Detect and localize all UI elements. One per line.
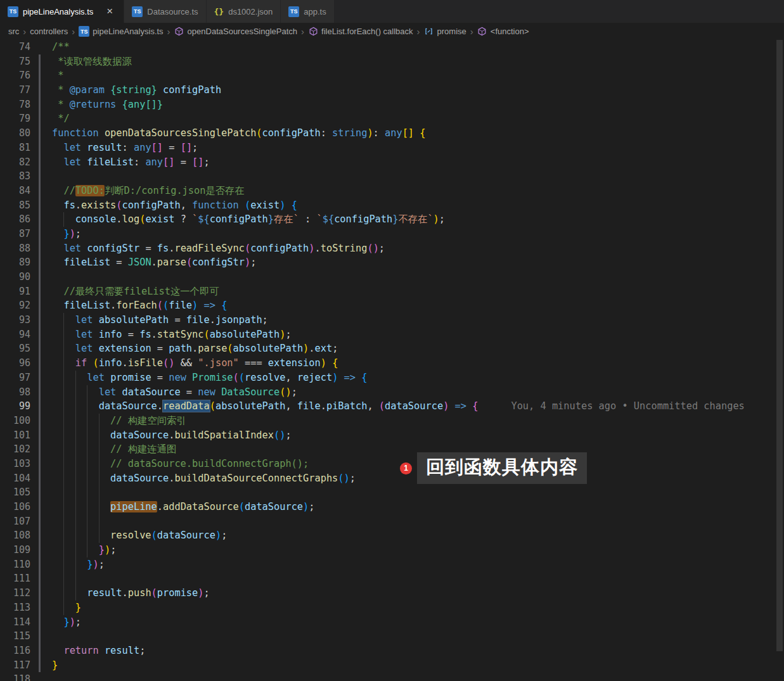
line-number[interactable]: 76 — [0, 68, 30, 83]
code-line[interactable]: 84 //TODO:判断D:/config.json是否存在 — [0, 184, 784, 198]
code-line[interactable]: 98 let dataSource = new DataSource(); — [0, 385, 784, 400]
line-number[interactable]: 85 — [0, 198, 30, 213]
breadcrumb-item[interactable]: <function> — [477, 27, 530, 37]
code-line[interactable]: 99 dataSource.readData(absolutePath, fil… — [0, 399, 784, 414]
code-line[interactable]: 74/** — [0, 40, 784, 54]
line-number[interactable]: 80 — [0, 126, 30, 141]
editor-pane[interactable]: 74/**75 *读取管线数据源76 *77 * @param {string}… — [0, 40, 784, 681]
line-number[interactable]: 79 — [0, 111, 30, 126]
line-number[interactable]: 95 — [0, 341, 30, 356]
tab-app.ts[interactable]: TSapp.ts — [281, 0, 334, 23]
line-number[interactable]: 91 — [0, 284, 30, 299]
code-line[interactable]: 75 *读取管线数据源 — [0, 54, 784, 69]
code-line[interactable]: 88 let configStr = fs.readFileSync(confi… — [0, 241, 784, 256]
code-line[interactable]: 101 dataSource.buildSpatialIndex(); — [0, 428, 784, 443]
code-line[interactable]: 79 */ — [0, 111, 784, 126]
line-number[interactable]: 89 — [0, 255, 30, 270]
line-number[interactable]: 118 — [0, 672, 30, 681]
code-line[interactable]: 118 — [0, 672, 784, 681]
line-number[interactable]: 74 — [0, 40, 30, 54]
line-number[interactable]: 112 — [0, 586, 30, 601]
line-number[interactable]: 99 — [0, 399, 30, 414]
code-line[interactable]: 96 if (info.isFile() && ".json" === exte… — [0, 356, 784, 371]
code-line[interactable]: 111 — [0, 571, 784, 586]
code-line[interactable]: 106 pipeLine.addDataSource(dataSource); — [0, 500, 784, 514]
line-number[interactable]: 75 — [0, 54, 30, 69]
line-number[interactable]: 117 — [0, 658, 30, 673]
code-line[interactable]: 77 * @param {string} configPath — [0, 83, 784, 98]
breadcrumb-item[interactable]: promise — [423, 27, 467, 37]
code-line[interactable]: 83 — [0, 169, 784, 184]
code-line[interactable]: 117} — [0, 658, 784, 673]
code-line[interactable]: 93 let absolutePath = file.jsonpath; — [0, 313, 784, 328]
code-line[interactable]: 108 resolve(dataSource); — [0, 528, 784, 543]
code-line[interactable]: 102 // 构建连通图 — [0, 442, 784, 457]
line-number[interactable]: 77 — [0, 83, 30, 98]
line-number[interactable]: 83 — [0, 169, 30, 184]
breadcrumb-item[interactable]: fileList.forEach() callback — [307, 27, 414, 37]
line-number[interactable]: 113 — [0, 601, 30, 615]
code-line[interactable]: 90 — [0, 270, 784, 284]
breadcrumb-item[interactable]: controllers — [29, 27, 68, 36]
code-line[interactable]: 78 * @returns {any[]} — [0, 98, 784, 112]
code-line[interactable]: 115 — [0, 629, 784, 644]
tab-ds1002.json[interactable]: {}ds1002.json — [207, 0, 281, 23]
line-number[interactable]: 115 — [0, 629, 30, 644]
line-number[interactable]: 107 — [0, 514, 30, 529]
line-number[interactable]: 87 — [0, 227, 30, 241]
code-line[interactable]: 87 }); — [0, 227, 784, 241]
line-number[interactable]: 81 — [0, 141, 30, 155]
line-number[interactable]: 92 — [0, 298, 30, 313]
code-line[interactable]: 80function openDataSourcesSinglePatch(co… — [0, 126, 784, 141]
line-number[interactable]: 98 — [0, 385, 30, 400]
line-number[interactable]: 100 — [0, 414, 30, 428]
line-number[interactable]: 109 — [0, 543, 30, 557]
code-line[interactable]: 82 let fileList: any[] = []; — [0, 155, 784, 170]
code-line[interactable]: 107 — [0, 514, 784, 529]
line-number[interactable]: 110 — [0, 557, 30, 572]
code-line[interactable]: 103 // dataSource.buildConnectGraph(); — [0, 457, 784, 471]
line-number[interactable]: 103 — [0, 457, 30, 471]
code-line[interactable]: 97 let promise = new Promise((resolve, r… — [0, 371, 784, 385]
code-line[interactable]: 81 let result: any[] = []; — [0, 141, 784, 155]
code-line[interactable]: 89 fileList = JSON.parse(configStr); — [0, 255, 784, 270]
scrollbar-thumb[interactable] — [776, 40, 783, 651]
line-number[interactable]: 94 — [0, 328, 30, 342]
line-number[interactable]: 97 — [0, 371, 30, 385]
line-number[interactable]: 82 — [0, 155, 30, 170]
line-number[interactable]: 86 — [0, 212, 30, 227]
code-line[interactable]: 76 * — [0, 68, 784, 83]
code-line[interactable]: 100 // 构建空间索引 — [0, 414, 784, 428]
line-number[interactable]: 106 — [0, 500, 30, 514]
code-line[interactable]: 114 }); — [0, 615, 784, 630]
line-number[interactable]: 101 — [0, 428, 30, 443]
line-number[interactable]: 78 — [0, 98, 30, 112]
line-number[interactable]: 108 — [0, 528, 30, 543]
code-line[interactable]: 95 let extension = path.parse(absolutePa… — [0, 341, 784, 356]
line-number[interactable]: 96 — [0, 356, 30, 371]
code-line[interactable]: 116 return result; — [0, 644, 784, 658]
code-line[interactable]: 113 } — [0, 601, 784, 615]
tab-Datasource.ts[interactable]: TSDatasource.ts — [124, 0, 206, 23]
line-number[interactable]: 90 — [0, 270, 30, 284]
code-line[interactable]: 94 let info = fs.statSync(absolutePath); — [0, 328, 784, 342]
tab-pipeLineAnalysis.ts[interactable]: TSpipeLineAnalysis.ts× — [0, 0, 124, 23]
code-line[interactable]: 112 result.push(promise); — [0, 586, 784, 601]
line-number[interactable]: 105 — [0, 485, 30, 500]
line-number[interactable]: 84 — [0, 184, 30, 198]
line-number[interactable]: 88 — [0, 241, 30, 256]
close-icon[interactable]: × — [103, 5, 116, 18]
code-line[interactable]: 110 }); — [0, 557, 784, 572]
line-number[interactable]: 104 — [0, 471, 30, 486]
code-line[interactable]: 105 — [0, 485, 784, 500]
code-line[interactable]: 109 }); — [0, 543, 784, 557]
line-number[interactable]: 116 — [0, 644, 30, 658]
code-line[interactable]: 104 dataSource.buildDataSourceConnectGra… — [0, 471, 784, 486]
line-number[interactable]: 114 — [0, 615, 30, 630]
breadcrumb-item[interactable]: TSpipeLineAnalysis.ts — [78, 26, 164, 37]
code-line[interactable]: 92 fileList.forEach((file) => { — [0, 298, 784, 313]
line-number[interactable]: 93 — [0, 313, 30, 328]
code-line[interactable]: 85 fs.exists(configPath, function (exist… — [0, 198, 784, 213]
code-line[interactable]: 86 console.log(exist ? `${configPath}存在`… — [0, 212, 784, 227]
line-number[interactable]: 102 — [0, 442, 30, 457]
